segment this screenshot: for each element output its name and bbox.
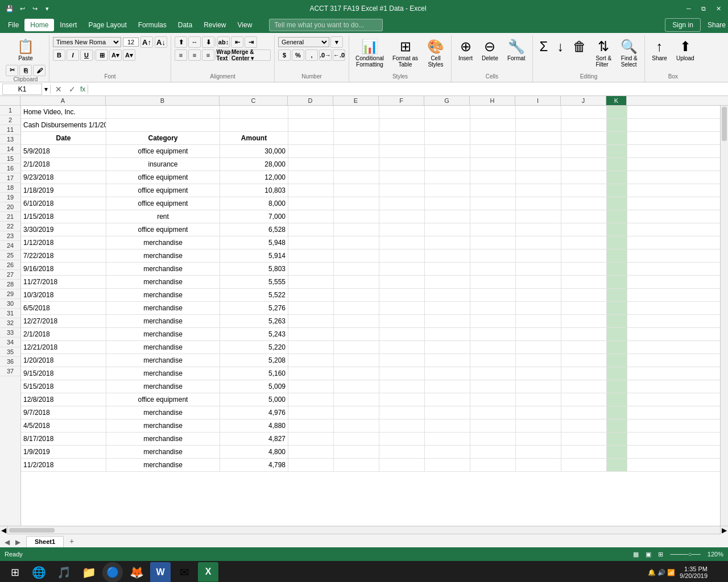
cell-i21[interactable] — [516, 250, 561, 262]
cell-g22[interactable] — [425, 263, 470, 275]
cell-j11[interactable] — [561, 132, 607, 144]
cell-k27[interactable] — [607, 328, 627, 340]
cell-a28[interactable]: 12/21/2018 — [21, 341, 106, 354]
merge-center-button[interactable]: Merge & Center ▾ — [231, 49, 271, 61]
taskbar-firefox-icon[interactable]: 🦊 — [125, 561, 148, 582]
cell-h23[interactable] — [470, 276, 516, 288]
cell-h33[interactable] — [470, 406, 516, 419]
cell-f29[interactable] — [379, 354, 425, 367]
taskbar-mail-icon[interactable]: ✉ — [173, 561, 196, 582]
cell-c23[interactable]: 5,555 — [220, 276, 288, 288]
cell-f28[interactable] — [379, 341, 425, 354]
conditional-formatting-button[interactable]: 📊 ConditionalFormatting — [353, 36, 387, 70]
cell-j23[interactable] — [561, 276, 607, 288]
cell-i16[interactable] — [516, 184, 561, 197]
cell-j24[interactable] — [561, 289, 607, 301]
align-center-button[interactable]: ≡ — [188, 49, 201, 61]
normal-view-button[interactable]: ▦ — [633, 551, 639, 558]
format-cells-button[interactable]: 🔧 Format — [504, 36, 529, 64]
cell-c35[interactable]: 4,827 — [220, 433, 288, 445]
cell-b1[interactable] — [106, 106, 220, 118]
cell-i15[interactable] — [516, 171, 561, 184]
taskbar-chrome-icon[interactable]: 🔵 — [102, 562, 123, 582]
cell-d26[interactable] — [288, 315, 334, 327]
paste-button[interactable]: 📋 Paste — [14, 36, 38, 64]
zoom-level[interactable]: 120% — [708, 551, 723, 558]
cell-h30[interactable] — [470, 367, 516, 380]
cell-e25[interactable] — [334, 302, 379, 314]
cell-c24[interactable]: 5,522 — [220, 289, 288, 301]
cell-g11[interactable] — [425, 132, 470, 144]
cell-a27[interactable]: 2/1/2018 — [21, 328, 106, 340]
cell-e13[interactable] — [334, 145, 379, 157]
restore-button[interactable]: ⧉ — [698, 3, 709, 14]
col-header-d[interactable]: D — [288, 96, 333, 105]
cell-e21[interactable] — [334, 250, 379, 262]
cell-a18[interactable]: 1/15/2018 — [21, 210, 106, 223]
cell-i34[interactable] — [516, 419, 561, 432]
cell-g20[interactable] — [425, 236, 470, 249]
cell-h22[interactable] — [470, 263, 516, 275]
cell-i28[interactable] — [516, 341, 561, 354]
cell-b13[interactable]: office equipment — [106, 145, 220, 157]
menu-file[interactable]: File — [2, 19, 24, 31]
cell-styles-button[interactable]: 🎨 CellStyles — [424, 36, 448, 70]
page-layout-view-button[interactable]: ▣ — [646, 551, 651, 558]
cell-h17[interactable] — [470, 197, 516, 210]
cell-e15[interactable] — [334, 171, 379, 184]
sheet-next-button[interactable]: ▶ — [13, 537, 23, 547]
cell-g32[interactable] — [425, 393, 470, 406]
cell-e29[interactable] — [334, 354, 379, 367]
cell-h13[interactable] — [470, 145, 516, 157]
row-number-29[interactable]: 29 — [0, 289, 20, 299]
decrease-font-button[interactable]: A↓ — [155, 36, 167, 48]
cell-i2[interactable] — [516, 119, 561, 131]
cell-b20[interactable]: merchandise — [106, 236, 220, 249]
cell-b11[interactable]: Category — [106, 132, 220, 144]
cell-g37[interactable] — [425, 459, 470, 471]
cell-f31[interactable] — [379, 380, 425, 393]
cell-k13[interactable] — [607, 145, 627, 157]
cell-b27[interactable]: merchandise — [106, 328, 220, 340]
cell-b33[interactable]: merchandise — [106, 406, 220, 419]
cell-g15[interactable] — [425, 171, 470, 184]
cell-c21[interactable]: 5,914 — [220, 250, 288, 262]
font-name-select[interactable]: Times New Roma — [53, 37, 121, 47]
cell-g31[interactable] — [425, 380, 470, 393]
row-number-34[interactable]: 34 — [0, 338, 20, 347]
font-color-button[interactable]: A▾ — [123, 49, 135, 61]
autosum-button[interactable]: Σ — [536, 36, 552, 57]
align-middle-button[interactable]: ↔ — [188, 36, 201, 48]
cell-a2[interactable]: Cash Disbursements 1/1/2018 through 3/31… — [21, 119, 106, 131]
cell-f11[interactable] — [379, 132, 425, 144]
cell-a1[interactable]: Home Video, Inc. — [21, 106, 106, 118]
start-button[interactable]: ⊞ — [5, 562, 25, 582]
cell-d27[interactable] — [288, 328, 334, 340]
taskbar-media-icon[interactable]: 🎵 — [52, 561, 75, 582]
decrease-decimal-button[interactable]: ←.0 — [333, 49, 345, 61]
sort-filter-button[interactable]: ⇅ Sort &Filter — [592, 36, 615, 70]
row-number-35[interactable]: 35 — [0, 347, 20, 357]
cell-b35[interactable]: merchandise — [106, 433, 220, 445]
cell-j13[interactable] — [561, 145, 607, 157]
cell-g13[interactable] — [425, 145, 470, 157]
cell-i27[interactable] — [516, 328, 561, 340]
cell-g2[interactable] — [425, 119, 470, 131]
cell-f30[interactable] — [379, 367, 425, 380]
cell-f21[interactable] — [379, 250, 425, 262]
cell-h35[interactable] — [470, 433, 516, 445]
row-number-20[interactable]: 20 — [0, 202, 20, 212]
cell-f15[interactable] — [379, 171, 425, 184]
cell-d36[interactable] — [288, 446, 334, 458]
cell-b16[interactable]: office equipment — [106, 184, 220, 197]
cell-k18[interactable] — [607, 210, 627, 223]
cell-h34[interactable] — [470, 419, 516, 432]
col-header-j[interactable]: J — [561, 96, 606, 105]
cell-g36[interactable] — [425, 446, 470, 458]
undo-icon[interactable]: ↩ — [17, 3, 27, 14]
cell-c20[interactable]: 5,948 — [220, 236, 288, 249]
quick-access-more[interactable]: ▾ — [42, 3, 52, 14]
cell-d29[interactable] — [288, 354, 334, 367]
row-number-18[interactable]: 18 — [0, 183, 20, 193]
cell-c37[interactable]: 4,798 — [220, 459, 288, 471]
